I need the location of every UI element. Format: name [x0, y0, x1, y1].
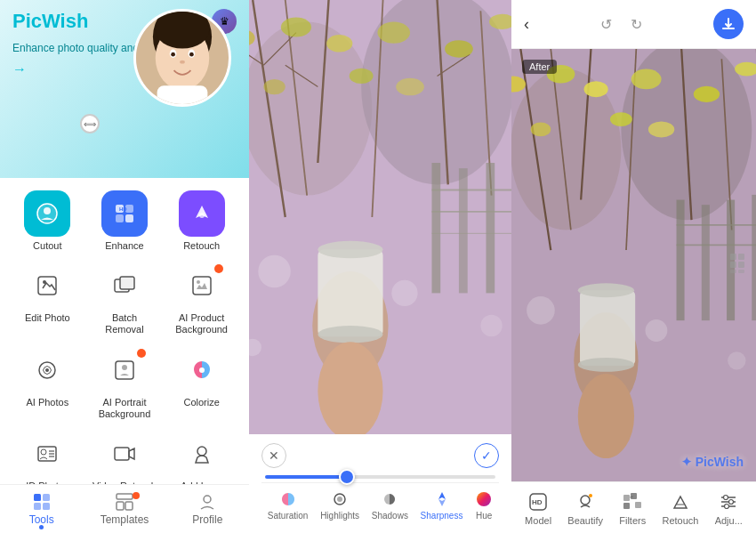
tools-row-2: Edit Photo Batch Removal	[0, 257, 249, 341]
svg-point-80	[258, 255, 291, 288]
right-header: ‹ ↺ ↻	[511, 0, 756, 49]
enhance-label: Enhance	[105, 240, 143, 252]
tool-ai-photos[interactable]: AI Photos	[14, 347, 80, 420]
new-badge	[214, 264, 223, 273]
redo-button[interactable]: ↻	[624, 12, 649, 36]
tool-ai-product-bg[interactable]: AI Product Background	[169, 262, 235, 335]
right-tool-beautify[interactable]: Beautify	[567, 491, 603, 526]
nav-profile[interactable]: Profile	[166, 485, 249, 533]
profile-nav-label: Profile	[192, 513, 222, 526]
svg-point-77	[318, 241, 382, 259]
svg-rect-109	[702, 205, 710, 320]
svg-point-142	[725, 505, 729, 509]
adj-tab-hue[interactable]: Hue	[475, 490, 493, 521]
crown-icon: ♛	[220, 15, 229, 28]
tool-retouch[interactable]: Retouch	[169, 190, 235, 252]
svg-rect-124	[730, 262, 736, 268]
adj-controls: ✕ ✓	[261, 443, 499, 468]
tool-edit-photo[interactable]: Edit Photo	[14, 262, 80, 335]
svg-point-120	[645, 319, 667, 342]
sharpness-slider[interactable]	[261, 475, 499, 479]
adj-tab-sharpness[interactable]: Sharpness	[421, 490, 463, 521]
slider-handle[interactable]: ⟺	[80, 114, 100, 133]
retouch-icon-wrap	[179, 190, 225, 237]
cutout-label: Cutout	[33, 240, 61, 252]
after-photo-svg	[511, 49, 756, 481]
main-photo-display	[249, 0, 511, 434]
right-tool-adjust[interactable]: Adju...	[715, 491, 743, 526]
watermark: ✦ PicWish	[681, 455, 744, 469]
templates-nav-icon	[115, 492, 134, 512]
id-photos-icon-wrap	[24, 431, 70, 477]
nav-tools[interactable]: Tools	[0, 485, 83, 533]
svg-rect-133	[631, 493, 637, 499]
tools-nav-label: Tools	[29, 513, 54, 526]
retouch-right-icon	[670, 491, 691, 513]
right-tool-filters[interactable]: Filters	[619, 491, 646, 526]
ai-product-bg-label: AI Product Background	[169, 312, 235, 335]
svg-point-121	[728, 351, 745, 369]
slider-thumb[interactable]	[339, 469, 355, 485]
svg-rect-42	[117, 502, 124, 510]
middle-panel: ✕ ✓ Saturation Highlights	[249, 0, 511, 533]
svg-point-119	[527, 296, 555, 325]
adj-close-button[interactable]: ✕	[261, 443, 286, 468]
ai-product-bg-icon-wrap	[179, 262, 225, 309]
svg-point-67	[396, 78, 424, 96]
svg-point-101	[584, 81, 608, 97]
batch-removal-label: Batch Removal	[92, 312, 157, 335]
adj-check-button[interactable]: ✓	[474, 443, 499, 468]
adj-tab-highlights[interactable]: Highlights	[320, 490, 359, 521]
active-nav-dot	[39, 525, 44, 529]
right-image-area: After	[511, 49, 756, 481]
profile-image	[133, 9, 231, 107]
hue-icon	[475, 490, 493, 508]
ai-photos-label: AI Photos	[26, 397, 68, 408]
adj-tab-shadows[interactable]: Shadows	[372, 490, 408, 521]
tool-batch-removal[interactable]: Batch Removal	[92, 262, 157, 335]
undo-button[interactable]: ↺	[594, 12, 619, 36]
right-tool-model[interactable]: HD Model	[525, 491, 551, 526]
colorize-label: Colorize	[183, 397, 219, 408]
svg-point-7	[189, 52, 194, 57]
ai-photos-icon-wrap	[24, 347, 70, 393]
svg-point-81	[391, 280, 417, 306]
svg-marker-87	[438, 492, 446, 499]
slider-track	[265, 475, 495, 479]
app-logo: PicWish	[12, 10, 88, 33]
left-panel: PicWish ? ♛ Enhance photo quality and co…	[0, 0, 249, 533]
shadows-icon	[381, 490, 398, 508]
svg-rect-39	[34, 503, 41, 510]
svg-point-141	[729, 500, 734, 505]
tool-enhance[interactable]: HD Enhance	[92, 190, 157, 252]
tool-colorize[interactable]: Colorize	[169, 347, 235, 420]
sharpness-label: Sharpness	[421, 511, 463, 521]
enhance-icon-wrap: HD	[101, 190, 148, 237]
tool-id-photos[interactable]: ID Photos	[14, 431, 80, 484]
svg-point-106	[610, 112, 632, 126]
svg-rect-127	[738, 270, 744, 273]
svg-rect-22	[120, 277, 134, 289]
svg-point-36	[197, 447, 206, 456]
filters-label: Filters	[619, 515, 646, 526]
tool-ai-portrait-bg[interactable]: AI Portrait Background	[92, 347, 157, 420]
download-button[interactable]	[713, 9, 744, 39]
svg-point-103	[694, 86, 720, 102]
svg-rect-123	[738, 254, 744, 260]
featured-tools-row: Cutout HD Enhance	[0, 185, 249, 257]
nav-templates[interactable]: Templates	[83, 485, 165, 533]
back-arrow[interactable]: ‹	[524, 15, 529, 34]
right-tool-retouch[interactable]: Retouch	[662, 491, 698, 526]
adjust-icon	[718, 491, 739, 513]
right-panel: ‹ ↺ ↻ After	[511, 0, 756, 533]
tool-cutout[interactable]: Cutout	[14, 190, 80, 252]
svg-point-85	[337, 497, 342, 502]
hue-label: Hue	[476, 511, 492, 521]
tool-video-retouch[interactable]: Video Retouch	[92, 431, 157, 484]
svg-point-8	[180, 61, 185, 64]
svg-point-18	[199, 213, 205, 218]
adjust-label: Adju...	[715, 515, 743, 526]
adj-tab-saturation[interactable]: Saturation	[268, 490, 309, 521]
tool-add-logo[interactable]: Add Logo	[169, 431, 235, 484]
svg-point-130	[581, 496, 590, 505]
